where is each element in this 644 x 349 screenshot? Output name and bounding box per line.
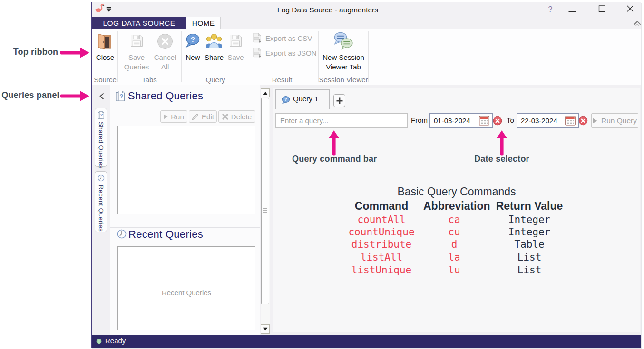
side-rail: ? Shared Queries Recent Queries (92, 85, 110, 335)
shared-queries-list[interactable] (117, 126, 255, 214)
recent-queries-clock-icon (98, 174, 105, 182)
close-window-button[interactable] (626, 5, 634, 12)
group-label-source: Source (88, 76, 122, 84)
query-command-bar-arrow-icon (329, 130, 339, 156)
tab-home[interactable]: HOME (186, 17, 221, 29)
header-divider (110, 105, 260, 105)
query-tab-label: Query 1 (293, 95, 318, 103)
scroll-down-button[interactable] (261, 324, 270, 334)
group-label-session-viewer: Session Viewer (317, 76, 370, 84)
cell-abbreviation: cu (423, 226, 485, 238)
run-query-button[interactable]: Run Query (591, 113, 638, 128)
export-json-button[interactable]: Export as JSON (265, 48, 317, 58)
cell-return-value: Integer (485, 214, 574, 225)
shared-queries-header: Shared Queries (128, 89, 203, 103)
from-date-field[interactable]: 01-03-2024 (429, 113, 493, 128)
to-label: To (507, 116, 514, 125)
edit-query-button[interactable]: Edit (189, 110, 217, 123)
edit-pencil-icon (192, 113, 199, 120)
delete-x-icon (222, 114, 228, 120)
cell-command: countAll (340, 214, 423, 225)
run-query-button-panel[interactable]: Run (160, 110, 187, 123)
query-input[interactable]: Enter a query... (275, 113, 408, 128)
cell-command: countUnique (340, 226, 423, 238)
recent-queries-header: Recent Queries (128, 228, 203, 241)
recent-queries-header-icon (117, 229, 127, 239)
cancel-all-button[interactable]: Cancel (148, 53, 182, 62)
cell-abbreviation: la (423, 252, 485, 263)
add-query-tab-button[interactable] (333, 94, 345, 107)
from-calendar-icon[interactable] (479, 116, 489, 126)
column-header-return-value: Return Value (485, 200, 574, 213)
cell-abbreviation: lu (423, 264, 485, 276)
from-label: From (411, 116, 428, 125)
table-row: listAll la List (340, 252, 574, 263)
commands-table-header: Command Abbreviation Return Value (340, 200, 574, 213)
shared-queries-header-icon: ? (115, 90, 126, 102)
group-label-tabs: Tabs (133, 76, 166, 84)
tab-log-data-source[interactable]: LOG DATA SOURCE (92, 17, 186, 29)
new-session-viewer-tab-button[interactable]: New Session (320, 53, 367, 62)
panel-scrollbar[interactable] (261, 88, 270, 334)
table-row: countUnique cu Integer (340, 226, 574, 238)
app-window: Log Data Source - augmenters ? LOG DATA … (91, 2, 641, 348)
plus-icon (336, 97, 343, 104)
scroll-up-button[interactable] (261, 88, 270, 97)
date-selector-arrow-icon (497, 130, 507, 156)
run-play-icon (164, 114, 168, 119)
annotation-top-ribbon: Top ribbon (12, 47, 59, 57)
run-query-play-icon (593, 118, 597, 124)
minimize-button[interactable] (568, 7, 576, 14)
status-bar: Ready (92, 335, 641, 348)
save-query-floppy-icon (229, 34, 242, 47)
group-separator (368, 31, 369, 82)
column-header-command: Command (340, 200, 423, 213)
clear-to-date-button[interactable] (578, 116, 588, 126)
from-date-value: 01-03-2024 (430, 116, 479, 125)
group-label-result: Result (265, 76, 299, 84)
to-calendar-icon[interactable] (565, 116, 576, 126)
top-ribbon-arrow-icon (59, 47, 90, 59)
delete-query-button[interactable]: Delete (218, 110, 255, 123)
collapse-ribbon-icon[interactable] (634, 20, 641, 26)
clear-from-date-button[interactable] (493, 116, 502, 126)
cell-command: listUnique (340, 264, 423, 276)
new-query-icon[interactable]: ? (185, 33, 200, 48)
window-menu-caret-icon[interactable] (106, 7, 112, 12)
collapse-panel-icon[interactable] (98, 93, 105, 100)
scrollbar-thumb[interactable] (261, 98, 269, 304)
window-title: Log Data Source - augmenters (273, 5, 383, 15)
maximize-button[interactable] (598, 5, 606, 12)
export-csv-button[interactable]: Export as CSV (265, 34, 312, 43)
screenshot-canvas: Top ribbon Queries panel Log Data Source… (0, 0, 644, 349)
status-ready-icon (96, 339, 102, 344)
group-label-query: Query (199, 76, 232, 84)
new-session-viewer-icon[interactable] (333, 32, 354, 50)
queries-panel: ? Shared Queries Run Edit (110, 85, 260, 335)
main-query-area: ? Query 1 Enter a query... From 01-03-20… (273, 88, 640, 332)
svg-text:?: ? (100, 113, 103, 117)
sidebar-tab-recent-queries[interactable]: Recent Queries (95, 171, 107, 232)
save-query-button[interactable]: Save (223, 53, 249, 62)
cell-return-value: Integer (485, 226, 574, 238)
sidebar-tab-shared-queries[interactable]: ? Shared Queries (95, 108, 107, 167)
recent-queries-placeholder: Recent Queries (118, 289, 255, 297)
help-button[interactable]: ? (545, 5, 556, 15)
flamingo-logo-icon[interactable] (95, 4, 105, 14)
close-source-door-icon[interactable] (98, 34, 113, 49)
ribbon-tab-row: LOG DATA SOURCE HOME (92, 17, 641, 29)
cell-abbreviation: d (423, 239, 485, 250)
export-csv-file-icon (253, 33, 262, 44)
cell-return-value: List (485, 264, 574, 276)
annotation-queries-panel: Queries panel (1, 90, 60, 100)
share-query-icon[interactable] (206, 34, 222, 48)
recent-queries-list[interactable]: Recent Queries (117, 246, 255, 330)
to-date-field[interactable]: 22-03-2024 (517, 113, 579, 128)
cancel-all-icon (157, 33, 173, 49)
thumb-grip (263, 208, 267, 209)
close-source-button[interactable]: Close (88, 53, 122, 62)
cell-abbreviation: ca (423, 214, 485, 225)
group-separator (318, 31, 319, 82)
scroll-up-arrow-icon (263, 91, 268, 95)
shared-queries-pages-icon: ? (97, 111, 105, 119)
